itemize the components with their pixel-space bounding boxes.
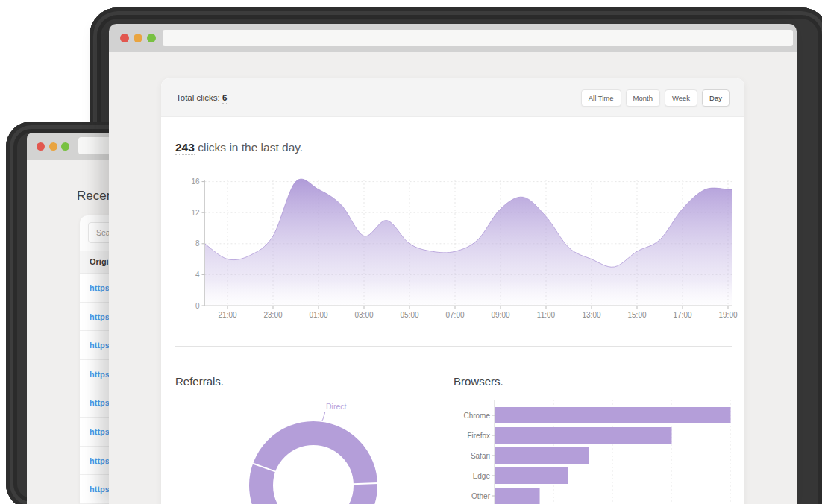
category-label: Safari [471,452,490,460]
total-clicks-summary: Total clicks: 6 [176,78,227,117]
x-tick-label: 09:00 [491,311,509,319]
x-tick-label: 21:00 [218,311,236,319]
x-tick-label: 17:00 [673,311,691,319]
traffic-light-red-icon [120,34,129,42]
clicks-count: 243 [175,141,195,155]
clicks-headline-text: clicks in the last day. [195,141,303,154]
y-tick-label: 16 [191,177,200,186]
total-clicks-label: Total clicks: [176,93,220,102]
filter-week-button[interactable]: Week [665,89,697,107]
bar-firefox [495,427,672,444]
traffic-light-green-icon [61,142,69,151]
browsers-bar-chart: ChromeFirefoxSafariEdgeOther [448,398,744,504]
filter-all-time-button[interactable]: All Time [581,89,621,107]
y-tick-label: 8 [195,239,200,248]
bar-edge [495,467,568,484]
y-tick-label: 0 [195,302,200,310]
x-tick-label: 19:00 [718,311,737,319]
traffic-light-green-icon [147,34,156,42]
front-browser-content: Total clicks: 6 All Time Month Week Day … [109,52,797,504]
y-tick-label: 4 [195,271,200,279]
x-tick-label: 07:00 [445,311,464,319]
category-label: Edge [473,472,491,480]
category-label: Chrome [463,412,490,420]
slice-divider [353,483,378,484]
page: Recent Original https:// https:// https:… [0,0,822,504]
clicks-area-chart: 048121621:0023:0001:0003:0005:0007:0009:… [172,173,743,322]
x-tick-label: 03:00 [354,311,373,319]
analytics-card-header: Total clicks: 6 All Time Month Week Day [161,78,744,117]
donut-ring [261,433,365,504]
bar-chrome [495,407,731,423]
traffic-light-yellow-icon [134,34,142,42]
front-url-bar [163,30,793,46]
traffic-light-red-icon [37,142,45,151]
bar-other [495,488,540,504]
browsers-title: Browsers. [454,375,503,388]
area-fill [205,179,732,306]
front-browser-window: Total clicks: 6 All Time Month Week Day … [109,24,797,504]
x-tick-label: 13:00 [582,311,600,319]
x-tick-label: 23:00 [263,311,282,319]
x-tick-label: 01:00 [309,311,327,319]
referrals-donut-chart: Direct [239,398,395,504]
total-clicks-value: 6 [222,93,227,104]
back-traffic-lights [37,142,69,151]
bar-safari [495,447,589,464]
traffic-light-yellow-icon [49,142,57,151]
x-tick-label: 11:00 [537,311,556,319]
front-browser-titlebar [109,24,797,52]
x-tick-label: 05:00 [400,311,418,319]
category-label: Other [471,492,491,500]
category-label: Firefox [467,432,490,440]
filter-month-button[interactable]: Month [626,89,660,107]
section-divider [175,346,732,347]
slice-leader-line [322,412,325,421]
y-tick-label: 12 [191,209,200,217]
filter-day-button[interactable]: Day [702,89,730,107]
x-tick-label: 15:00 [627,311,646,319]
slice-label-direct: Direct [326,402,347,411]
time-filter-group: All Time Month Week Day [581,89,730,107]
front-traffic-lights [120,34,156,42]
referrals-title: Referrals. [175,375,224,388]
analytics-card: Total clicks: 6 All Time Month Week Day … [161,78,744,504]
clicks-headline: 243 clicks in the last day. [175,141,303,154]
